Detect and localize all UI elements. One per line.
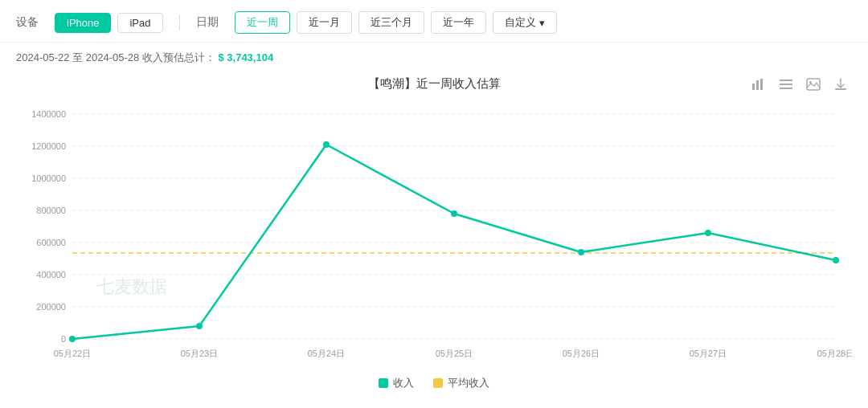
svg-rect-5 bbox=[780, 88, 792, 89]
legend-average-label: 平均收入 bbox=[448, 376, 489, 390]
chart-icons bbox=[747, 73, 852, 96]
list-icon[interactable] bbox=[775, 73, 797, 96]
top-bar: 设备 iPhone iPad 日期 近一周 近一月 近三个月 近一年 自定义 ▾ bbox=[0, 0, 868, 43]
chart-container: 【鸣潮】近一周收入估算 七麦数据 0 bbox=[16, 73, 852, 398]
device-label: 设备 bbox=[16, 15, 39, 30]
legend-revenue-color bbox=[379, 378, 388, 388]
svg-rect-2 bbox=[760, 79, 763, 90]
legend-revenue-label: 收入 bbox=[393, 376, 414, 390]
chart-area: 七麦数据 0 200000 400000 600000 800000 10000… bbox=[16, 98, 852, 371]
device-ipad-button[interactable]: iPad bbox=[117, 13, 162, 33]
summary-row: 2024-05-22 至 2024-05-28 收入预估总计： $ 3,743,… bbox=[0, 43, 868, 73]
svg-point-35 bbox=[323, 141, 330, 148]
summary-text: 2024-05-22 至 2024-05-28 收入预估总计： bbox=[16, 51, 215, 63]
date-month-button[interactable]: 近一月 bbox=[297, 11, 352, 34]
svg-rect-3 bbox=[780, 80, 792, 81]
svg-text:1000000: 1000000 bbox=[31, 173, 66, 183]
legend-average: 平均收入 bbox=[433, 376, 489, 390]
svg-text:600000: 600000 bbox=[36, 238, 66, 247]
bar-chart-icon[interactable] bbox=[747, 73, 770, 96]
download-icon[interactable] bbox=[829, 73, 852, 96]
svg-text:200000: 200000 bbox=[36, 302, 66, 312]
svg-text:05月28日: 05月28日 bbox=[817, 349, 852, 358]
image-icon[interactable] bbox=[802, 73, 825, 96]
svg-point-33 bbox=[69, 336, 76, 342]
chevron-down-icon: ▾ bbox=[539, 17, 545, 29]
summary-amount: $ 3,743,104 bbox=[218, 51, 273, 63]
svg-text:0: 0 bbox=[61, 334, 66, 344]
date-week-button[interactable]: 近一周 bbox=[235, 11, 290, 34]
svg-point-37 bbox=[578, 249, 584, 255]
chart-title: 【鸣潮】近一周收入估算 bbox=[16, 73, 852, 92]
date-custom-button[interactable]: 自定义 ▾ bbox=[493, 11, 557, 34]
device-iphone-button[interactable]: iPhone bbox=[55, 13, 111, 33]
chart-svg: 0 200000 400000 600000 800000 1000000 12… bbox=[16, 98, 852, 371]
date-label: 日期 bbox=[196, 15, 219, 30]
svg-point-38 bbox=[705, 230, 711, 236]
svg-text:1400000: 1400000 bbox=[31, 109, 66, 119]
date-group: 近一周 近一月 近三个月 近一年 自定义 ▾ bbox=[235, 11, 557, 34]
date-three-months-button[interactable]: 近三个月 bbox=[358, 11, 424, 34]
device-group: iPhone iPad bbox=[55, 13, 163, 33]
date-year-button[interactable]: 近一年 bbox=[431, 11, 486, 34]
svg-text:05月26日: 05月26日 bbox=[563, 349, 600, 358]
svg-text:05月27日: 05月27日 bbox=[690, 349, 727, 358]
legend: 收入 平均收入 bbox=[16, 371, 852, 398]
svg-point-36 bbox=[451, 210, 457, 217]
svg-rect-1 bbox=[756, 80, 759, 90]
svg-text:05月24日: 05月24日 bbox=[308, 349, 345, 358]
svg-point-34 bbox=[196, 323, 203, 329]
svg-text:800000: 800000 bbox=[36, 206, 66, 215]
divider bbox=[179, 14, 180, 31]
svg-rect-8 bbox=[835, 88, 846, 90]
svg-text:05月23日: 05月23日 bbox=[181, 349, 218, 358]
svg-text:05月25日: 05月25日 bbox=[436, 349, 473, 358]
legend-revenue: 收入 bbox=[379, 376, 414, 390]
svg-text:400000: 400000 bbox=[36, 270, 66, 279]
svg-rect-0 bbox=[752, 84, 755, 90]
svg-point-7 bbox=[809, 81, 812, 84]
legend-average-color bbox=[433, 378, 443, 388]
svg-text:1200000: 1200000 bbox=[31, 141, 66, 151]
svg-text:05月22日: 05月22日 bbox=[54, 349, 91, 358]
svg-point-39 bbox=[833, 257, 839, 263]
svg-rect-4 bbox=[780, 84, 792, 85]
